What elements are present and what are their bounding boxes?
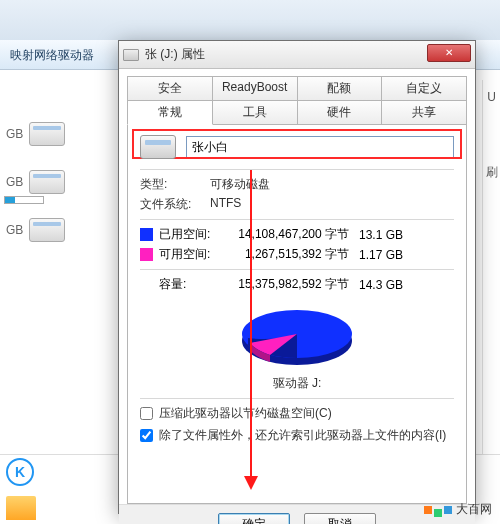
tab-tools[interactable]: 工具 <box>213 100 298 125</box>
separator <box>140 169 454 170</box>
separator <box>140 269 454 270</box>
folder-icon[interactable] <box>6 496 36 520</box>
type-value: 可移动磁盘 <box>210 176 270 193</box>
cancel-button[interactable]: 取消 <box>304 513 376 524</box>
filesystem-label: 文件系统: <box>140 196 210 213</box>
right-char2: 刷 <box>483 164 500 181</box>
tabs-row-1: 安全 ReadyBoost 配额 自定义 <box>127 75 467 99</box>
used-gb: 13.1 GB <box>359 228 403 242</box>
free-color-swatch <box>140 248 153 261</box>
compress-checkbox[interactable] <box>140 407 153 420</box>
tab-hardware[interactable]: 硬件 <box>298 100 383 125</box>
free-label: 可用空间: <box>159 246 219 263</box>
index-checkbox[interactable] <box>140 429 153 442</box>
drive-name-input[interactable] <box>186 136 454 158</box>
watermark-sq <box>444 506 452 514</box>
type-label: 类型: <box>140 176 210 193</box>
properties-dialog: 张 (J:) 属性 ✕ 安全 ReadyBoost 配额 自定义 常规 工具 硬… <box>118 40 476 514</box>
watermark-sq <box>434 509 442 517</box>
tabs-row-2: 常规 工具 硬件 共享 <box>127 99 467 124</box>
watermark-text: 大百网 <box>456 501 492 518</box>
compress-label: 压缩此驱动器以节约磁盘空间(C) <box>159 405 332 422</box>
capacity-bytes: 15,375,982,592 字节 <box>219 276 359 293</box>
separator <box>140 219 454 220</box>
drive-row[interactable]: GB <box>0 206 115 254</box>
dialog-button-row: 确定 取消 <box>119 504 475 524</box>
tab-sharing[interactable]: 共享 <box>382 100 467 125</box>
tab-general[interactable]: 常规 <box>127 100 213 125</box>
annotation-arrow <box>250 170 252 488</box>
dialog-titlebar[interactable]: 张 (J:) 属性 ✕ <box>119 41 475 69</box>
drive-icon <box>29 122 65 146</box>
filesystem-value: NTFS <box>210 196 241 213</box>
right-char: U <box>483 90 500 104</box>
drive-icon <box>29 170 65 194</box>
drive-size: GB <box>6 127 23 141</box>
drive-size: GB <box>6 223 23 237</box>
k-app-icon[interactable]: K <box>6 458 34 486</box>
capacity-gb: 14.3 GB <box>359 278 403 292</box>
used-color-swatch <box>140 228 153 241</box>
drive-list: GB GB GB <box>0 110 115 254</box>
explorer-titlebar <box>0 0 500 40</box>
drive-usage-bar <box>4 196 44 204</box>
free-gb: 1.17 GB <box>359 248 403 262</box>
used-bytes: 14,108,467,200 字节 <box>219 226 359 243</box>
tab-customize[interactable]: 自定义 <box>382 76 467 100</box>
tab-general-body: 类型: 可移动磁盘 文件系统: NTFS 已用空间: 14,108,467,20… <box>127 124 467 504</box>
ok-button[interactable]: 确定 <box>218 513 290 524</box>
drive-icon <box>29 218 65 242</box>
used-label: 已用空间: <box>159 226 219 243</box>
dialog-title: 张 (J:) 属性 <box>145 46 205 63</box>
free-bytes: 1,267,515,392 字节 <box>219 246 359 263</box>
separator <box>140 398 454 399</box>
map-network-drive-button[interactable]: 映射网络驱动器 <box>10 48 94 62</box>
watermark: 大百网 <box>424 501 492 518</box>
capacity-label: 容量: <box>159 276 219 293</box>
tab-readyboost[interactable]: ReadyBoost <box>213 76 298 100</box>
drive-letter-label: 驱动器 J: <box>140 375 454 392</box>
drive-row[interactable]: GB <box>0 158 115 206</box>
tab-security[interactable]: 安全 <box>127 76 213 100</box>
drive-icon <box>140 135 176 159</box>
drive-icon <box>123 49 139 61</box>
drive-row[interactable]: GB <box>0 110 115 158</box>
drive-size: GB <box>6 175 23 189</box>
tab-quota[interactable]: 配额 <box>298 76 383 100</box>
watermark-sq <box>424 506 432 514</box>
index-label: 除了文件属性外，还允许索引此驱动器上文件的内容(I) <box>159 427 446 444</box>
close-button[interactable]: ✕ <box>427 44 471 62</box>
